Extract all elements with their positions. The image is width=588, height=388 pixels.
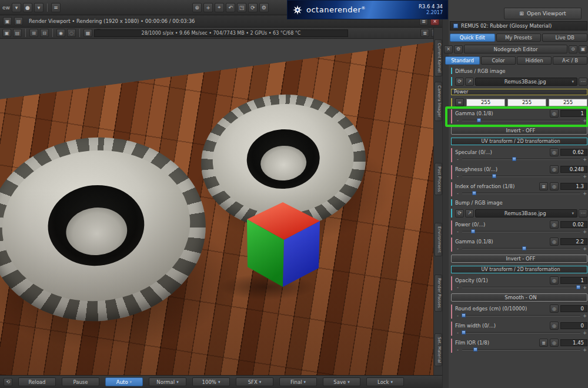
orbit-tool-icon[interactable]: ↶ — [226, 3, 235, 12]
slider-plus[interactable]: + — [583, 347, 587, 353]
save-dropdown[interactable]: Save▾ — [323, 377, 360, 386]
slider-handle[interactable] — [492, 174, 496, 178]
param-value[interactable]: 0 — [560, 322, 587, 329]
slider-plus[interactable]: + — [583, 118, 587, 123]
slider-minus[interactable]: - — [456, 191, 460, 196]
film-width-slider[interactable]: - + — [455, 330, 587, 336]
slider-minus[interactable]: - — [456, 313, 460, 319]
close-panel-icon[interactable]: × — [444, 45, 453, 53]
reload-button[interactable]: Reload — [18, 377, 56, 386]
slider-handle[interactable] — [462, 313, 466, 317]
film-ior-slider[interactable]: - + — [455, 347, 587, 353]
slider-track[interactable] — [462, 193, 580, 194]
record-dot-icon[interactable]: ● — [23, 3, 32, 12]
view-menu-label[interactable]: ew — [2, 5, 10, 11]
preset-list-icon[interactable]: ≣ — [539, 182, 548, 190]
knob-icon[interactable]: ◎ — [550, 220, 559, 229]
export-image-icon[interactable]: ▤ — [13, 29, 22, 37]
bump-power-slider[interactable]: - + — [455, 229, 587, 235]
rgb-g-field[interactable]: 255 — [507, 99, 546, 106]
bump-invert-button[interactable]: Invert - OFF — [451, 255, 587, 263]
slider-track[interactable] — [462, 159, 580, 160]
slider-minus[interactable]: - — [456, 229, 460, 235]
grid-alt-icon[interactable]: ⊟ — [40, 29, 49, 37]
tab-post-process[interactable]: Post Process — [435, 163, 442, 195]
image-icon[interactable]: ▤ — [14, 17, 23, 25]
pin-icon[interactable]: ⊙ — [569, 45, 577, 53]
slider-minus[interactable]: - — [456, 118, 460, 123]
slider-handle[interactable] — [512, 157, 516, 161]
roughness-slider[interactable]: - + — [455, 173, 587, 179]
slider-handle[interactable] — [473, 347, 477, 352]
snapshot-icon[interactable]: ▣ — [579, 45, 587, 53]
tab-standard[interactable]: Standard — [445, 56, 480, 65]
smooth-toggle-button[interactable]: Smooth - ON — [451, 293, 587, 302]
open-file-icon[interactable]: ↗ — [465, 209, 474, 218]
slider-track[interactable] — [462, 332, 580, 333]
save-render-icon[interactable]: ▣ — [2, 29, 11, 37]
slider-plus[interactable]: + — [583, 229, 587, 235]
focus-picker-icon[interactable]: ◉ — [56, 29, 65, 37]
slider-track[interactable] — [462, 248, 580, 249]
slider-plus[interactable]: + — [583, 313, 587, 319]
slider-plus[interactable]: + — [583, 330, 587, 336]
picture-icon[interactable]: ▦ — [83, 29, 92, 37]
tab-render-passes[interactable]: Render Passes — [435, 275, 442, 312]
param-value[interactable]: 1 — [560, 110, 587, 117]
param-value[interactable]: 2.2 — [560, 238, 587, 245]
diffuse-gamma-slider[interactable]: - + — [455, 118, 587, 123]
refresh-texture-icon[interactable]: ⟳ — [455, 209, 464, 218]
tab-environment[interactable]: Environment — [435, 223, 442, 256]
bump-file-select[interactable]: Remus3Base.jpg ▾ — [475, 209, 577, 218]
slider-handle[interactable] — [472, 191, 476, 195]
rgb-b-field[interactable]: 255 — [549, 99, 587, 106]
frame-tool-icon[interactable]: ◳ — [237, 3, 246, 12]
move-tool-icon[interactable]: + — [203, 3, 213, 12]
tab-my-presets[interactable]: My Presets — [496, 34, 542, 42]
more-options-icon[interactable]: ⋯ — [579, 78, 587, 86]
tab-current-kernel[interactable]: Current Kernel — [435, 39, 442, 76]
slider-handle[interactable] — [471, 229, 475, 233]
nodegraph-editor-button[interactable]: Nodegraph Editor — [464, 45, 567, 53]
diffuse-file-select[interactable]: Remus3Base.jpg ▾ — [475, 78, 577, 86]
normal-dropdown[interactable]: Normal▾ — [149, 377, 186, 386]
tab-set-material[interactable]: Set. Material — [435, 333, 442, 366]
param-value[interactable]: 0.248 — [560, 166, 587, 173]
view-dropdown-icon[interactable]: ▾ — [12, 3, 21, 12]
knob-icon[interactable]: ◎ — [550, 109, 559, 118]
slider-minus[interactable]: - — [456, 330, 460, 336]
preset-list-icon[interactable]: ≣ — [539, 339, 548, 347]
param-value[interactable]: 1.3 — [560, 183, 587, 190]
bump-gamma-slider[interactable]: - + — [455, 246, 587, 252]
specular-slider[interactable]: - + — [455, 156, 587, 162]
slider-track[interactable] — [462, 120, 580, 121]
lock-dropdown[interactable]: Lock▾ — [366, 377, 404, 386]
open-viewport-button[interactable]: ⊞ Open Viewport — [504, 8, 582, 19]
slider-handle[interactable] — [522, 246, 526, 250]
slider-minus[interactable]: - — [456, 347, 460, 353]
param-value[interactable]: 1 — [560, 277, 587, 284]
passes-list-icon[interactable]: ≣ — [420, 29, 429, 37]
refresh-texture-icon[interactable]: ⟳ — [455, 78, 464, 86]
settings-gear-icon[interactable]: ⚙ — [454, 45, 463, 53]
param-value[interactable]: 0.02 — [560, 221, 587, 228]
slider-plus[interactable]: + — [583, 157, 587, 162]
rgb-rows-icon[interactable]: ≡ — [455, 98, 464, 106]
tab-color[interactable]: Color — [481, 56, 516, 65]
slider-plus[interactable]: + — [583, 191, 587, 196]
slider-plus[interactable]: + — [583, 285, 587, 290]
tab-quick-edit[interactable]: Quick Edit — [450, 34, 495, 42]
region-render-icon[interactable]: ◌ — [67, 29, 76, 37]
slider-handle[interactable] — [477, 118, 481, 122]
grid-icon[interactable]: ⊞ — [29, 29, 38, 37]
opacity-slider[interactable]: - + — [455, 285, 587, 290]
reload-icon[interactable]: ⟲ — [4, 378, 12, 386]
slider-track[interactable] — [462, 349, 580, 350]
knob-icon[interactable]: ◎ — [550, 305, 559, 313]
slider-minus[interactable]: - — [456, 246, 460, 252]
knob-icon[interactable]: ◎ — [550, 339, 559, 347]
param-value[interactable]: 0 — [560, 305, 587, 312]
tab-ab-compare[interactable]: A< / B — [553, 56, 587, 65]
rgb-r-field[interactable]: 255 — [466, 99, 505, 106]
tab-camera-imager[interactable]: Camera Imager — [435, 82, 442, 121]
